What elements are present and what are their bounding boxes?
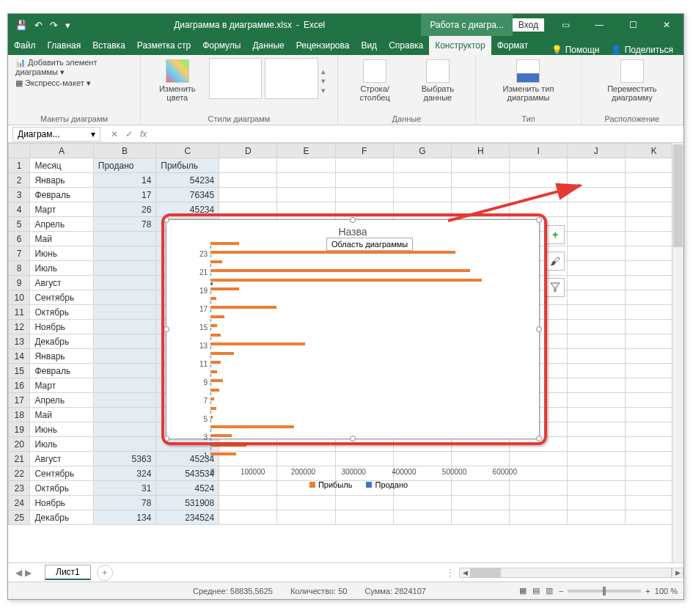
col-header[interactable]: H	[452, 144, 510, 158]
cell[interactable]: Продано	[93, 158, 156, 173]
cell[interactable]	[567, 305, 625, 320]
row-header[interactable]: 1	[9, 158, 30, 173]
cell[interactable]	[219, 158, 277, 173]
cell[interactable]: Август	[30, 452, 93, 466]
cell[interactable]: 234524	[156, 510, 219, 525]
col-header[interactable]: C	[156, 144, 219, 158]
row-header[interactable]: 5	[9, 217, 30, 232]
cell[interactable]: Ноябрь	[30, 496, 93, 510]
cell[interactable]	[393, 173, 451, 188]
cell[interactable]: Октябрь	[30, 481, 93, 496]
cell[interactable]	[219, 202, 277, 217]
cell[interactable]	[277, 188, 335, 202]
cell[interactable]: Прибыль	[156, 158, 219, 173]
confirm-icon[interactable]: ✓	[125, 129, 133, 139]
resize-handle[interactable]	[536, 326, 542, 332]
cell[interactable]	[93, 261, 156, 276]
cell[interactable]	[567, 422, 625, 437]
cell[interactable]	[567, 232, 625, 246]
cell[interactable]	[219, 188, 277, 202]
cell[interactable]	[567, 158, 625, 173]
cell[interactable]	[93, 305, 156, 320]
row-header[interactable]: 19	[9, 422, 30, 437]
cell[interactable]: 531908	[156, 496, 219, 510]
cell[interactable]: Январь	[30, 173, 93, 188]
row-header[interactable]: 12	[9, 320, 30, 334]
cell[interactable]	[567, 510, 625, 525]
cell[interactable]: 78	[93, 496, 156, 510]
styles-more-icon[interactable]: ▾	[321, 86, 330, 95]
tab-format[interactable]: Формат	[491, 36, 535, 55]
tab-data[interactable]: Данные	[246, 36, 290, 55]
cell[interactable]	[567, 290, 625, 305]
cell[interactable]	[219, 173, 277, 188]
cell[interactable]	[567, 261, 625, 276]
cell[interactable]	[510, 202, 567, 217]
chart-styles-button[interactable]: 🖌	[546, 252, 565, 271]
cell[interactable]: Март	[30, 378, 93, 393]
horizontal-scrollbar[interactable]: ⋮ ◀ ▶	[441, 567, 683, 579]
cell[interactable]: Апрель	[30, 217, 93, 232]
row-header[interactable]: 4	[9, 202, 30, 217]
tab-layout[interactable]: Разметка стр	[131, 36, 197, 55]
maximize-icon[interactable]: ☐	[616, 14, 650, 36]
col-header[interactable]: F	[335, 144, 393, 158]
cell[interactable]	[335, 173, 393, 188]
fx-icon[interactable]: fx	[140, 129, 147, 139]
sheet-tab[interactable]: Лист1	[45, 565, 91, 580]
cell[interactable]: 5363	[93, 452, 156, 466]
cell[interactable]	[219, 510, 277, 525]
switch-row-col-button[interactable]: Строка/ столбец	[345, 58, 405, 103]
cell[interactable]	[393, 496, 451, 510]
cell[interactable]: 26	[93, 202, 156, 217]
cell[interactable]	[567, 364, 625, 378]
cell[interactable]	[567, 217, 625, 232]
cell[interactable]	[567, 496, 625, 510]
sheet-nav-prev-icon[interactable]: ◀	[15, 568, 22, 578]
col-header[interactable]: I	[510, 144, 567, 158]
vertical-scrollbar[interactable]	[672, 143, 683, 562]
name-box[interactable]: Диаграм...▾	[12, 127, 100, 142]
cell[interactable]: Сентябрь	[30, 290, 93, 305]
cell[interactable]: Январь	[30, 349, 93, 364]
cell[interactable]: Июль	[30, 437, 93, 452]
row-header[interactable]: 16	[9, 378, 30, 393]
cell[interactable]	[277, 510, 335, 525]
cell[interactable]: 134	[93, 510, 156, 525]
cell[interactable]: 78	[93, 217, 156, 232]
cell[interactable]	[452, 173, 510, 188]
change-colors-button[interactable]: Изменить цвета	[148, 58, 206, 103]
select-all-corner[interactable]	[9, 144, 30, 158]
cell[interactable]: 45234	[156, 202, 219, 217]
cell[interactable]	[393, 202, 451, 217]
resize-handle[interactable]	[164, 326, 169, 332]
col-header[interactable]: A	[30, 144, 93, 158]
cell[interactable]: Месяц	[30, 158, 93, 173]
cell[interactable]: Июль	[30, 261, 93, 276]
zoom-in-icon[interactable]: +	[645, 587, 650, 595]
cell[interactable]	[567, 246, 625, 261]
cell[interactable]	[567, 173, 625, 188]
cell[interactable]	[510, 173, 567, 188]
row-header[interactable]: 3	[9, 188, 30, 202]
cell[interactable]	[567, 481, 625, 496]
cell[interactable]	[567, 393, 625, 408]
row-header[interactable]: 23	[9, 481, 30, 496]
tab-formulas[interactable]: Формулы	[197, 36, 246, 55]
cell[interactable]	[567, 408, 625, 422]
cell[interactable]	[393, 188, 451, 202]
cell[interactable]	[93, 349, 156, 364]
cell[interactable]: Июнь	[30, 422, 93, 437]
cell[interactable]: Май	[30, 408, 93, 422]
formula-input[interactable]	[153, 133, 683, 136]
cell[interactable]	[219, 496, 277, 510]
cell[interactable]: Октябрь	[30, 305, 93, 320]
cell[interactable]	[93, 320, 156, 334]
cell[interactable]	[277, 158, 335, 173]
close-icon[interactable]: ✕	[650, 14, 683, 36]
row-header[interactable]: 11	[9, 305, 30, 320]
col-header[interactable]: D	[219, 144, 277, 158]
add-chart-element-button[interactable]: 📊 Добавить элемент диаграммы ▾	[15, 58, 133, 77]
cell[interactable]: 31	[93, 481, 156, 496]
cell[interactable]: Сентябрь	[30, 466, 93, 481]
